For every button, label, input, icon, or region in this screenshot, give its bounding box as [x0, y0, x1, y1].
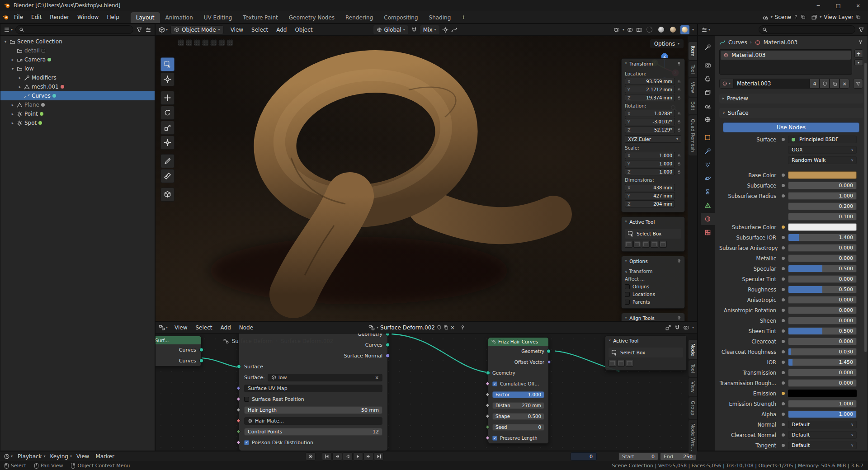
- decorator-dot[interactable]: [782, 257, 785, 260]
- properties-tab[interactable]: [701, 199, 715, 212]
- menu-item[interactable]: Playback ▾: [15, 451, 48, 461]
- scale-field[interactable]: X 1.000: [625, 152, 675, 159]
- scene-selector[interactable]: ▾ Scene: [762, 14, 806, 20]
- lock-icon[interactable]: [677, 87, 681, 92]
- menu-item[interactable]: Select: [192, 322, 217, 333]
- overlay-toggle-icon[interactable]: [194, 39, 201, 46]
- sidebar-tab[interactable]: View: [689, 378, 697, 396]
- scrollbar[interactable]: [864, 63, 867, 352]
- factor-field[interactable]: Factor 1.000: [492, 391, 544, 398]
- decorator-dot[interactable]: [782, 194, 785, 197]
- geometry-socket[interactable]: [237, 365, 241, 369]
- editor-type-button[interactable]: ▾: [701, 27, 710, 33]
- checkbox[interactable]: [625, 300, 630, 305]
- new-material-button[interactable]: [830, 79, 840, 89]
- sidebar-tab[interactable]: Tool: [689, 61, 697, 77]
- viewport-options-button[interactable]: Options ▾: [650, 39, 684, 48]
- proportional-edit-icon[interactable]: [442, 27, 448, 33]
- shading-solid-button[interactable]: [657, 25, 666, 34]
- decorator-dot[interactable]: [782, 340, 785, 343]
- property-field[interactable]: 0.000 ∨: [788, 306, 857, 314]
- snap-magnet-icon[interactable]: [411, 27, 417, 33]
- outliner-row[interactable]: ▸ Spot: [0, 118, 155, 127]
- tool-button[interactable]: [160, 188, 175, 202]
- menu-item[interactable]: View: [226, 24, 247, 35]
- outliner-row[interactable]: ▸ Camera: [0, 55, 155, 64]
- shading-rendered-button[interactable]: [680, 25, 689, 34]
- add-slot-button[interactable]: +: [854, 49, 863, 58]
- geometry-socket[interactable]: [547, 349, 551, 353]
- decorator-dot[interactable]: [782, 444, 785, 447]
- shape-field[interactable]: Shape 0.500: [492, 413, 544, 420]
- minimize-button[interactable]: ─: [808, 0, 828, 11]
- menu-item[interactable]: Window: [73, 11, 103, 23]
- tool-button[interactable]: [160, 57, 175, 71]
- shading-wireframe-button[interactable]: [645, 25, 654, 34]
- properties-search[interactable]: [759, 25, 855, 34]
- shader-field[interactable]: Principled BSDF: [788, 136, 857, 143]
- property-field[interactable]: 0.000 ∨: [788, 275, 857, 283]
- transport-button[interactable]: [322, 452, 332, 461]
- decorator-dot[interactable]: [782, 277, 785, 281]
- material-specials-button[interactable]: [853, 79, 863, 89]
- sidebar-tab[interactable]: Node: [689, 340, 697, 359]
- decorator-dot[interactable]: [782, 309, 785, 312]
- decorator-dot[interactable]: [782, 288, 785, 291]
- orientation-dropdown[interactable]: Global ▾: [373, 25, 408, 34]
- decorator-dot[interactable]: [782, 371, 785, 374]
- color-swatch[interactable]: [788, 390, 857, 397]
- current-frame-field[interactable]: 0: [571, 452, 597, 461]
- sidebar-tab[interactable]: Edit: [689, 98, 697, 114]
- slot-specials-button[interactable]: ▾: [854, 59, 863, 66]
- property-field[interactable]: Default ∨: [788, 442, 857, 449]
- transport-button[interactable]: [374, 452, 384, 461]
- xray-toggle-icon[interactable]: [636, 27, 642, 33]
- workspace-tab[interactable]: Layout: [131, 12, 160, 23]
- seed-field[interactable]: Seed 0: [492, 424, 544, 431]
- auto-keyframe-button[interactable]: [306, 452, 316, 461]
- properties-search-input[interactable]: [769, 27, 852, 33]
- viewport-canvas[interactable]: Options ▾: [156, 36, 697, 321]
- uv-map-field[interactable]: Surface UV Map: [244, 385, 382, 392]
- outliner-row[interactable]: ▾ low: [0, 64, 155, 73]
- node-surface-deform[interactable]: Geometry Curves Surface Normal Surface S…: [239, 334, 388, 451]
- lock-icon[interactable]: [677, 161, 681, 166]
- outliner-search[interactable]: [15, 25, 133, 34]
- pin-icon[interactable]: [677, 259, 681, 263]
- properties-tab[interactable]: [701, 41, 715, 53]
- scale-field[interactable]: Z 1.000: [625, 168, 675, 175]
- workspace-tab[interactable]: Geometry Nodes: [283, 12, 340, 23]
- color-swatch[interactable]: [788, 223, 857, 231]
- decorator-dot[interactable]: [782, 236, 785, 239]
- active-tool-header[interactable]: ∨ Active Tool: [605, 336, 686, 345]
- menu-item[interactable]: Help: [103, 11, 123, 23]
- tool-button[interactable]: [160, 91, 175, 105]
- decorator-dot[interactable]: [782, 350, 785, 353]
- expand-caret[interactable]: ▾: [10, 66, 15, 71]
- outliner-row[interactable]: ▸ mesh.001: [0, 82, 155, 91]
- decorator-dot[interactable]: [782, 319, 785, 322]
- property-field[interactable]: 1.400 ∨: [788, 234, 857, 241]
- overlay-toggle-icon[interactable]: [186, 39, 193, 46]
- checkbox-checked[interactable]: ✓: [244, 440, 249, 445]
- close-button[interactable]: ×: [848, 0, 868, 11]
- property-field[interactable]: 1.450 ∨: [788, 358, 857, 366]
- lock-icon[interactable]: [677, 95, 681, 100]
- decorator-dot[interactable]: [782, 246, 785, 249]
- rotation-field[interactable]: X 1.0788°: [625, 110, 675, 117]
- menu-item[interactable]: Render: [46, 11, 73, 23]
- workspace-tab[interactable]: UV Editing: [198, 12, 238, 23]
- overlay-toggle-icon[interactable]: [178, 39, 184, 46]
- transport-button[interactable]: [332, 452, 342, 461]
- checkbox-checked[interactable]: ✓: [492, 381, 497, 386]
- tool-button[interactable]: [160, 72, 175, 86]
- expand-caret[interactable]: ▸: [10, 103, 15, 107]
- location-field[interactable]: X 93.559 mm: [625, 78, 675, 85]
- properties-tab[interactable]: [701, 73, 715, 85]
- editor-type-button[interactable]: ▾: [159, 27, 168, 33]
- properties-tab[interactable]: [701, 186, 715, 198]
- menu-item[interactable]: Edit: [27, 11, 46, 23]
- geometry-socket[interactable]: [486, 371, 490, 375]
- overlay-toggle-icon[interactable]: [218, 39, 225, 46]
- property-field[interactable]: 0.500 ∨: [788, 286, 857, 293]
